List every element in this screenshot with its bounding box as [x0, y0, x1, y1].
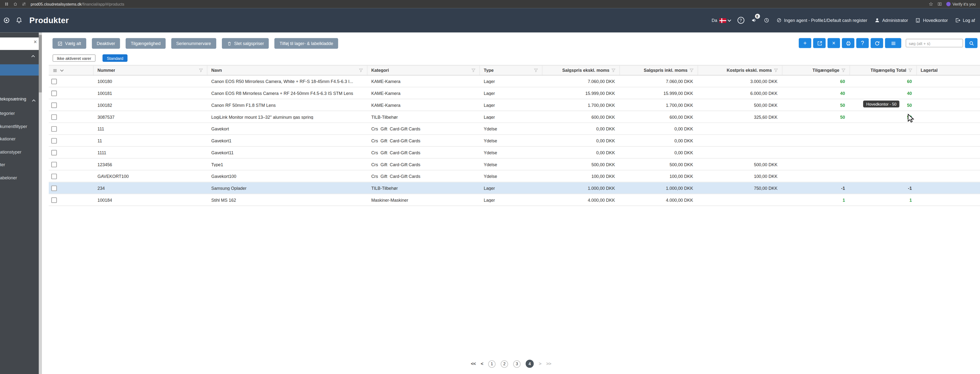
close-icon[interactable]: ×	[33, 40, 37, 45]
table-row[interactable]: 123456 Type1 Crs_Gift_Card-Gift Cards Yd…	[49, 158, 980, 171]
search-input[interactable]	[906, 39, 963, 48]
cell-tilgaengelig-total[interactable]: 60	[850, 79, 917, 84]
cell-tilgaengelige[interactable]: 1	[783, 198, 850, 202]
sidebar-item[interactable]: abeloner	[0, 173, 39, 182]
collapse-up-icon[interactable]	[32, 55, 35, 59]
cell-tilgaengelige[interactable]: 50	[783, 103, 850, 107]
sound-button[interactable]: 8	[751, 17, 756, 23]
sidebar-scrollbar[interactable]	[39, 32, 42, 374]
app-logo-icon[interactable]	[3, 17, 10, 24]
row-checkbox[interactable]	[51, 126, 57, 132]
filter-icon[interactable]	[774, 68, 778, 73]
row-checkbox[interactable]	[51, 161, 57, 167]
table-row[interactable]: 100180 Canon EOS R50 Mirrorless Camera, …	[49, 76, 980, 87]
table-row[interactable]: 100184 Stihl MS 162 Maskiner-Maskiner La…	[49, 194, 980, 206]
page-next-button[interactable]: >	[539, 361, 541, 366]
row-checkbox[interactable]	[51, 102, 57, 108]
deactivate-button[interactable]: Deaktiver	[92, 38, 120, 49]
column-header-salgspris-inkl[interactable]: Salgspris inkl. moms	[620, 65, 698, 75]
cell-tilgaengelig-total[interactable]: 40	[850, 91, 917, 95]
grid-icon[interactable]	[5, 2, 9, 6]
profile-verify-chip[interactable]: Verify it's you	[947, 2, 975, 6]
sidebar-section[interactable]: tekopsætning	[0, 95, 39, 104]
row-checkbox[interactable]	[51, 114, 57, 119]
export-button[interactable]	[813, 38, 826, 48]
column-header-lagertal[interactable]: Lagertal	[917, 65, 980, 75]
refresh-button[interactable]	[871, 38, 883, 48]
row-checkbox[interactable]	[51, 173, 57, 179]
filter-icon[interactable]	[471, 68, 476, 73]
column-header-type[interactable]: Type	[480, 65, 542, 75]
filter-icon[interactable]	[611, 68, 616, 73]
search-button[interactable]	[965, 38, 977, 48]
bookmark-star-icon[interactable]	[929, 2, 933, 6]
filter-icon[interactable]	[199, 68, 203, 73]
filter-chip-standard[interactable]: Standard	[103, 54, 128, 62]
table-row[interactable]: 100182 Canon RF 50mm F1.8 STM Lens KAME-…	[49, 99, 980, 111]
column-header-tilgaengelige[interactable]: Tilgængelige	[783, 65, 850, 75]
row-checkbox[interactable]	[51, 185, 57, 191]
row-checkbox[interactable]	[51, 90, 57, 96]
site-info-icon[interactable]	[22, 2, 26, 6]
table-row[interactable]: 3087537 LogiLink Monitor mount 13–32" al…	[49, 111, 980, 123]
select-all-button[interactable]: Vælg alt	[52, 38, 86, 49]
page-button-3[interactable]: 3	[513, 360, 521, 368]
cell-tilgaengelige[interactable]: -1	[783, 185, 850, 190]
table-row[interactable]: 234 Samsung Oplader TILB-Tilbehør Lager …	[49, 182, 980, 194]
filter-icon[interactable]	[534, 68, 538, 73]
history-clock-icon[interactable]	[764, 17, 769, 23]
agent-selector[interactable]: Ingen agent - Profile1/Default cash regi…	[776, 17, 867, 23]
clear-button[interactable]: ×	[827, 38, 840, 48]
row-checkbox[interactable]	[51, 78, 57, 84]
home-icon[interactable]	[13, 2, 18, 6]
row-checkbox[interactable]	[51, 150, 57, 155]
page-button-2[interactable]: 2	[501, 360, 508, 368]
sidebar-item[interactable]: ationstyper	[0, 148, 39, 157]
location-menu[interactable]: Hovedkontor	[915, 17, 948, 23]
filter-icon[interactable]	[841, 68, 846, 73]
column-header-tilgaengelig-total[interactable]: Tilgængelig Total	[850, 65, 917, 75]
table-row[interactable]: GAVEKORT100 Gavekort100 Crs_Gift_Card-Gi…	[49, 171, 980, 182]
filter-chip-inactive-items[interactable]: Ikke aktiveret varer	[52, 54, 96, 62]
table-row[interactable]: 1111 Gavekort11 Crs_Gift_Card-Gift Cards…	[49, 147, 980, 158]
row-checkbox[interactable]	[51, 138, 57, 143]
cell-tilgaengelige[interactable]: 50	[783, 115, 850, 119]
help-button[interactable]: ?	[737, 17, 744, 24]
serial-number-button[interactable]: Serienummervare	[171, 38, 216, 49]
notifications-bell-icon[interactable]	[16, 17, 22, 24]
sidebar-item[interactable]: kumentfiltyper	[0, 122, 39, 131]
column-header-salgspris-ekskl[interactable]: Salgspris ekskl. moms	[542, 65, 620, 75]
page-prev-button[interactable]: <	[481, 361, 483, 366]
cell-tilgaengelige[interactable]: 40	[783, 91, 850, 95]
user-menu[interactable]: Administrator	[874, 17, 908, 23]
cell-tilgaengelig-total[interactable]: 50	[850, 115, 917, 119]
select-column-header[interactable]	[49, 65, 94, 75]
sidebar-item[interactable]: ter	[0, 161, 39, 170]
cell-tilgaengelig-total[interactable]: 1	[850, 198, 917, 202]
page-button-1[interactable]: 1	[488, 360, 496, 368]
column-header-navn[interactable]: Navn	[207, 65, 368, 75]
cell-tilgaengelige[interactable]: 60	[783, 79, 850, 84]
split-view-icon[interactable]	[938, 2, 942, 6]
sidebar-item-selected[interactable]	[0, 64, 39, 75]
filter-icon[interactable]	[359, 68, 363, 73]
availability-button[interactable]: Tilgængelighed	[126, 38, 165, 49]
columns-menu-button[interactable]	[885, 38, 901, 48]
delete-prices-button[interactable]: Slet salgspriser	[222, 38, 269, 49]
filter-icon[interactable]	[689, 68, 694, 73]
page-button-4-active[interactable]: 4	[525, 360, 534, 368]
filter-icon[interactable]	[908, 68, 913, 73]
column-header-nummer[interactable]: Nummer	[94, 65, 207, 75]
cell-tilgaengelig-total[interactable]: -1	[850, 185, 917, 190]
logout-button[interactable]: Log af	[955, 17, 975, 23]
info-button[interactable]: ?	[856, 38, 869, 48]
table-row[interactable]: 111 Gavekort Crs_Gift_Card-Gift Cards Yd…	[49, 123, 980, 135]
page-first-button[interactable]: <<	[471, 361, 476, 366]
table-row[interactable]: 100181 Canon EOS R8 Mirrorless Camera + …	[49, 87, 980, 99]
sidebar-item[interactable]: kationer	[0, 135, 39, 144]
page-last-button[interactable]: >>	[546, 361, 551, 366]
sidebar-item[interactable]: tegorier	[0, 109, 39, 118]
print-button[interactable]	[842, 38, 854, 48]
add-to-stock-label-button[interactable]: Tilføj til lager- & labelkladde	[275, 38, 338, 49]
table-row[interactable]: 11 Gavekort1 Crs_Gift_Card-Gift Cards Yd…	[49, 135, 980, 147]
